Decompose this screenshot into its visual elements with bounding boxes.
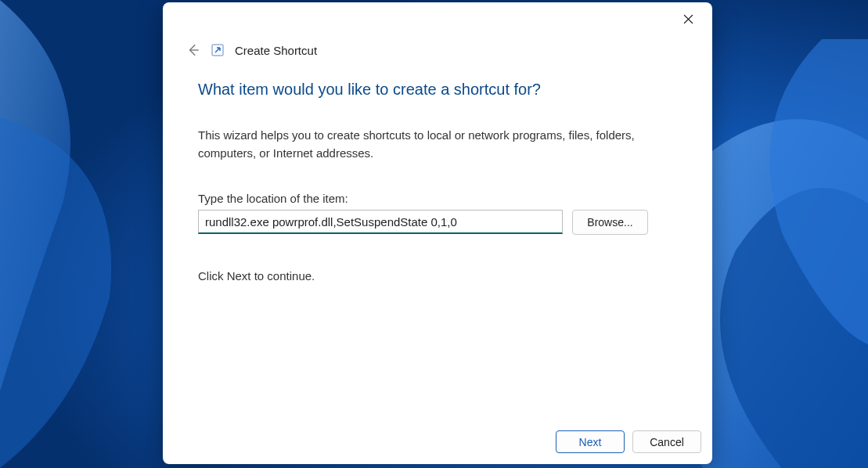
back-button[interactable]: [186, 43, 200, 57]
cancel-button[interactable]: Cancel: [632, 430, 701, 453]
dialog-content: What item would you like to create a sho…: [163, 57, 712, 421]
description-text: This wizard helps you to create shortcut…: [198, 127, 636, 162]
dialog-header: Create Shortcut: [163, 29, 712, 57]
input-row: Browse...: [198, 210, 677, 235]
shortcut-icon: [211, 44, 224, 56]
location-input[interactable]: [198, 210, 563, 234]
dialog-footer: Next Cancel: [163, 421, 712, 464]
close-icon: [683, 14, 693, 24]
titlebar: [163, 2, 712, 29]
dialog-title: Create Shortcut: [235, 44, 317, 57]
continue-text: Click Next to continue.: [198, 269, 677, 283]
location-label: Type the location of the item:: [198, 192, 677, 205]
close-button[interactable]: [670, 7, 706, 31]
create-shortcut-dialog: Create Shortcut What item would you like…: [163, 2, 712, 464]
heading: What item would you like to create a sho…: [198, 81, 677, 99]
browse-button[interactable]: Browse...: [572, 210, 648, 235]
arrow-left-icon: [186, 43, 200, 57]
next-button[interactable]: Next: [556, 430, 625, 453]
